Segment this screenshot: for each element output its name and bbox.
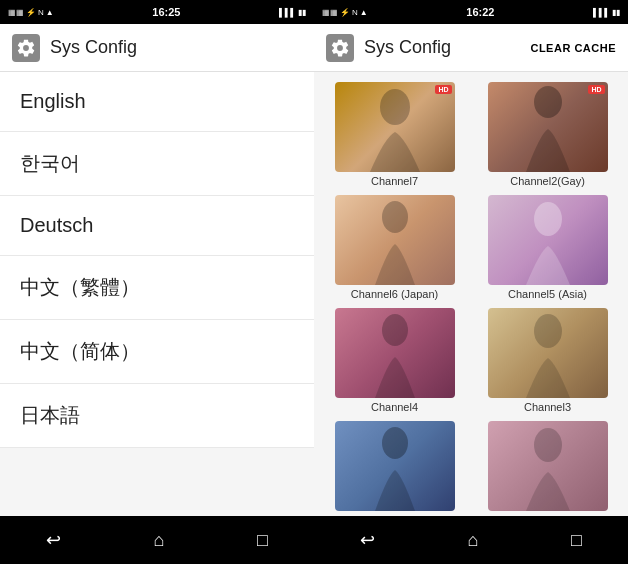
svg-point-0 [380, 89, 410, 125]
app-title-left: Sys Config [50, 37, 302, 58]
channel-thumb-4 [335, 308, 455, 398]
sim-icon: ▦▦ [8, 8, 24, 17]
language-list-container: English 한국어 Deutsch 中文（繁體） 中文（简体） 日本語 [0, 72, 314, 516]
status-time-right: 16:22 [466, 6, 494, 18]
channel-item-7[interactable]: HD Channel7 [322, 82, 467, 187]
svg-point-3 [534, 202, 562, 236]
signal-icon: ▌▌▌ [279, 8, 296, 17]
app-title-right: Sys Config [364, 37, 520, 58]
app-icon-right [326, 34, 354, 62]
channel-thumb-3 [488, 308, 608, 398]
channel-grid: HD Channel7 HD Channel2(Gay) [314, 72, 628, 516]
left-screen: ▦▦ ⚡ N ▲ 16:25 ▌▌▌ ▮▮ Sys Config English… [0, 0, 314, 564]
channel-label-asia: Channel5 (Asia) [508, 288, 587, 300]
channel-label-gay: Channel2(Gay) [510, 175, 585, 187]
channel-thumb-2 [335, 421, 455, 511]
channel-label-7: Channel7 [371, 175, 418, 187]
channel-item-1[interactable]: Channel1 [475, 421, 620, 516]
bottom-nav-left: ↩ ⌂ □ [0, 516, 314, 564]
channel-silhouette-asia [488, 195, 608, 285]
app-bar-right: Sys Config CLEAR CACHE [314, 24, 628, 72]
lang-item-chinese-simplified[interactable]: 中文（简体） [0, 320, 314, 384]
nfc-icon: N [38, 8, 44, 17]
usb-icon-r: ⚡ [340, 8, 350, 17]
svg-point-5 [534, 314, 562, 348]
channel-silhouette-gay [488, 82, 608, 172]
channel-item-gay[interactable]: HD Channel2(Gay) [475, 82, 620, 187]
channel-item-japan[interactable]: Channel6 (Japan) [322, 195, 467, 300]
channel-thumb-7: HD [335, 82, 455, 172]
thumb-overlay-gay [488, 82, 608, 172]
wifi-icon: ▲ [46, 8, 54, 17]
recent-button-left[interactable]: □ [241, 522, 284, 559]
sim-icon-r: ▦▦ [322, 8, 338, 17]
status-icons-left: ▦▦ ⚡ N ▲ [8, 8, 54, 17]
back-button-right[interactable]: ↩ [344, 521, 391, 559]
thumb-overlay-1 [488, 421, 608, 511]
channel-thumb-japan [335, 195, 455, 285]
channel-silhouette-japan [335, 195, 455, 285]
channel-label-3: Channel3 [524, 401, 571, 413]
svg-point-2 [382, 201, 408, 233]
channel-item-asia[interactable]: Channel5 (Asia) [475, 195, 620, 300]
battery-icon-r: ▮▮ [612, 8, 620, 17]
status-icons-right-left: ▌▌▌ ▮▮ [279, 8, 306, 17]
channel-silhouette-4 [335, 308, 455, 398]
channel-silhouette-2 [335, 421, 455, 511]
status-icons-right-r: ▌▌▌ ▮▮ [593, 8, 620, 17]
usb-icon: ⚡ [26, 8, 36, 17]
lang-item-japanese[interactable]: 日本語 [0, 384, 314, 448]
recent-button-right[interactable]: □ [555, 522, 598, 559]
thumb-overlay-japan [335, 195, 455, 285]
home-button-right[interactable]: ⌂ [452, 522, 495, 559]
thumb-overlay-2 [335, 421, 455, 511]
lang-item-korean[interactable]: 한국어 [0, 132, 314, 196]
channel-silhouette-1 [488, 421, 608, 511]
thumb-overlay-3 [488, 308, 608, 398]
app-icon-left [12, 34, 40, 62]
channel-silhouette-3 [488, 308, 608, 398]
channel-thumb-gay: HD [488, 82, 608, 172]
svg-point-7 [534, 428, 562, 462]
thumb-overlay-4 [335, 308, 455, 398]
thumb-overlay-asia [488, 195, 608, 285]
lang-item-german[interactable]: Deutsch [0, 196, 314, 256]
channel-thumb-asia [488, 195, 608, 285]
right-screen: ▦▦ ⚡ N ▲ 16:22 ▌▌▌ ▮▮ Sys Config CLEAR C… [314, 0, 628, 564]
language-list: English 한국어 Deutsch 中文（繁體） 中文（简体） 日本語 [0, 72, 314, 448]
lang-item-english[interactable]: English [0, 72, 314, 132]
status-bar-right: ▦▦ ⚡ N ▲ 16:22 ▌▌▌ ▮▮ [314, 0, 628, 24]
wifi-icon-r: ▲ [360, 8, 368, 17]
channel-item-2[interactable]: Channel2 [322, 421, 467, 516]
battery-icon: ▮▮ [298, 8, 306, 17]
status-bar-left: ▦▦ ⚡ N ▲ 16:25 ▌▌▌ ▮▮ [0, 0, 314, 24]
clear-cache-button[interactable]: CLEAR CACHE [530, 42, 616, 54]
thumb-overlay-7 [335, 82, 455, 172]
channel-label-japan: Channel6 (Japan) [351, 288, 438, 300]
channel-item-3[interactable]: Channel3 [475, 308, 620, 413]
status-time-left: 16:25 [152, 6, 180, 18]
status-icons-left-r: ▦▦ ⚡ N ▲ [322, 8, 368, 17]
home-button-left[interactable]: ⌂ [138, 522, 181, 559]
channel-grid-container: HD Channel7 HD Channel2(Gay) [314, 72, 628, 516]
app-bar-left: Sys Config [0, 24, 314, 72]
svg-point-1 [534, 86, 562, 118]
channel-item-4[interactable]: Channel4 [322, 308, 467, 413]
channel-thumb-1 [488, 421, 608, 511]
back-button-left[interactable]: ↩ [30, 521, 77, 559]
svg-point-6 [382, 427, 408, 459]
lang-item-chinese-traditional[interactable]: 中文（繁體） [0, 256, 314, 320]
svg-point-4 [382, 314, 408, 346]
signal-icon-r: ▌▌▌ [593, 8, 610, 17]
nfc-icon-r: N [352, 8, 358, 17]
channel-silhouette-7 [335, 82, 455, 172]
hd-badge-gay: HD [588, 85, 604, 94]
gear-icon-svg-r [330, 38, 350, 58]
channel-label-4: Channel4 [371, 401, 418, 413]
bottom-nav-right: ↩ ⌂ □ [314, 516, 628, 564]
hd-badge-7: HD [435, 85, 451, 94]
gear-icon-svg [16, 38, 36, 58]
